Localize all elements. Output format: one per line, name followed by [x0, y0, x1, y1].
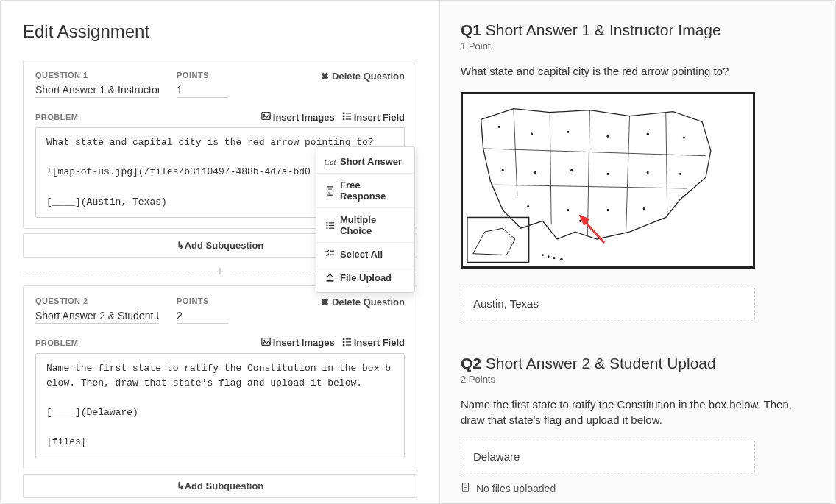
svg-rect-2	[342, 113, 344, 114]
svg-rect-12	[342, 341, 344, 342]
svg-point-50	[606, 173, 609, 175]
checklist-icon	[325, 249, 335, 259]
svg-rect-26	[330, 251, 335, 252]
image-icon	[261, 337, 271, 349]
svg-point-46	[683, 137, 685, 139]
svg-point-48	[534, 171, 536, 174]
problem-actions: Insert Images Insert Field	[261, 111, 405, 123]
document-icon	[325, 186, 335, 196]
delete-question-button[interactable]: ✖ Delete Question	[321, 297, 405, 308]
question-header: QUESTION 1 POINTS ✖ Delete Question	[35, 71, 405, 98]
subquestion-arrow-icon: ↳	[177, 480, 185, 491]
svg-point-57	[579, 220, 581, 222]
insert-field-button[interactable]: Insert Field	[342, 337, 405, 349]
question-points-input[interactable]	[177, 82, 228, 98]
edit-pane: Edit Assignment QUESTION 1 POINTS ✖ Dele…	[1, 1, 440, 503]
svg-point-22	[326, 224, 327, 226]
svg-rect-13	[346, 341, 351, 342]
problem-editor[interactable]: Name the first state to ratify the Const…	[35, 353, 405, 458]
svg-point-55	[606, 209, 609, 211]
svg-line-36	[587, 110, 589, 235]
svg-point-42	[531, 133, 533, 135]
svg-point-56	[643, 207, 645, 210]
svg-rect-3	[346, 113, 351, 113]
insert-images-button[interactable]: Insert Images	[261, 337, 335, 349]
delete-question-button[interactable]: ✖ Delete Question	[321, 71, 405, 82]
question-points-input[interactable]	[177, 308, 228, 324]
svg-point-41	[498, 126, 500, 128]
problem-label: PROBLEM	[35, 338, 79, 347]
question-title-input[interactable]	[35, 308, 159, 324]
page-title: Edit Assignment	[23, 21, 417, 42]
preview-question: Q1 Short Answer 1 & Instructor Image 1 P…	[461, 21, 815, 319]
dropdown-item-short-answer[interactable]: Cat Short Answer	[316, 150, 414, 174]
upload-icon	[325, 273, 335, 283]
svg-rect-15	[346, 344, 351, 345]
svg-line-37	[626, 116, 630, 231]
svg-rect-27	[330, 255, 335, 255]
svg-rect-21	[329, 222, 334, 223]
svg-rect-4	[342, 116, 344, 117]
svg-point-49	[570, 169, 573, 171]
short-answer-icon: Cat	[325, 157, 335, 166]
preview-pane: Q1 Short Answer 1 & Instructor Image 1 P…	[440, 1, 835, 503]
svg-line-34	[514, 109, 517, 196]
preview-answer-box: Austin, Texas	[461, 288, 755, 319]
question-title-col: QUESTION 1	[35, 71, 159, 98]
svg-point-31	[548, 255, 550, 258]
insert-images-button[interactable]: Insert Images	[261, 111, 335, 123]
svg-point-30	[542, 254, 544, 256]
question-title-col: QUESTION 2	[35, 297, 159, 324]
question-number-label: QUESTION 1	[35, 71, 159, 79]
us-map-icon	[463, 94, 753, 268]
svg-point-52	[679, 173, 681, 175]
problem-label: PROBLEM	[35, 113, 79, 121]
svg-rect-23	[329, 224, 334, 225]
list-icon	[325, 221, 335, 230]
svg-rect-14	[342, 344, 344, 345]
file-icon	[461, 483, 470, 494]
svg-point-9	[263, 340, 265, 341]
no-files-label: No files uploaded	[476, 483, 556, 494]
svg-point-47	[502, 169, 504, 171]
app-root: Edit Assignment QUESTION 1 POINTS ✖ Dele…	[0, 0, 836, 504]
preview-image-map	[461, 92, 755, 269]
svg-point-24	[326, 227, 327, 229]
svg-point-33	[560, 258, 563, 261]
question-card: QUESTION 2 POINTS ✖ Delete Question PROB…	[23, 285, 417, 469]
svg-point-44	[606, 135, 609, 138]
subquestion-arrow-icon: ↳	[177, 240, 185, 251]
svg-rect-10	[342, 338, 344, 339]
dropdown-item-multiple-choice[interactable]: Multiple Choice	[316, 208, 414, 243]
svg-point-45	[647, 133, 649, 135]
dropdown-item-free-response[interactable]: Free Response	[316, 174, 414, 208]
add-question-button[interactable]: +	[215, 265, 226, 278]
preview-prompt: Name the first state to ratify the Const…	[461, 397, 815, 427]
insert-field-button[interactable]: Insert Field	[342, 111, 405, 123]
add-subquestion-button[interactable]: ↳Add Subquestion	[23, 474, 417, 498]
dropdown-item-select-all[interactable]: Select All	[316, 243, 414, 266]
svg-point-51	[647, 171, 649, 174]
image-icon	[261, 111, 271, 123]
problem-actions: Insert Images Insert Field	[261, 337, 405, 349]
question-points-col: POINTS	[177, 71, 228, 98]
close-icon: ✖	[321, 297, 329, 308]
question-title-input[interactable]	[35, 82, 159, 98]
svg-rect-11	[346, 338, 351, 339]
svg-point-20	[326, 221, 327, 223]
question-points-col: POINTS	[177, 297, 228, 324]
dropdown-item-file-upload[interactable]: File Upload	[316, 266, 414, 289]
preview-points: 1 Point	[461, 40, 815, 52]
close-icon: ✖	[321, 71, 329, 82]
insert-field-dropdown: Cat Short Answer Free Response Multiple …	[316, 146, 415, 293]
preview-q-heading: Q2 Short Answer 2 & Student Upload	[461, 355, 815, 372]
svg-line-39	[483, 149, 706, 156]
svg-point-53	[527, 205, 529, 207]
preview-points: 2 Points	[461, 374, 815, 385]
no-files-row: No files uploaded	[461, 483, 815, 494]
points-label: POINTS	[177, 297, 228, 305]
preview-answer-box: Delaware	[461, 441, 755, 472]
svg-rect-29	[467, 217, 529, 262]
svg-rect-7	[346, 118, 351, 119]
svg-line-35	[550, 113, 551, 225]
